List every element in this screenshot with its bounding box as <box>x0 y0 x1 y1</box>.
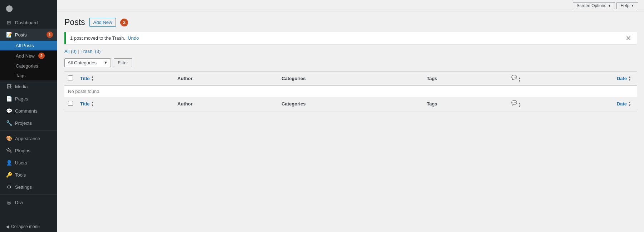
posts-submenu: All Posts Add New 2 Categories Tags <box>0 41 57 80</box>
date-sort-link[interactable]: Date ▲▼ <box>530 76 631 82</box>
date-column-header[interactable]: Date ▲▼ <box>527 71 637 85</box>
all-posts-label: All Posts <box>16 43 34 48</box>
comments-sort-arrows: ▲▼ <box>518 77 521 83</box>
comments-column-header: 💬 ▲▼ <box>505 71 527 85</box>
comments-footer-header: 💬 ▲▼ <box>505 97 527 111</box>
category-label: All Categories <box>68 60 97 65</box>
sidebar-item-pages[interactable]: 📄 Pages <box>0 93 57 105</box>
subnav-separator: | <box>78 49 79 54</box>
appearance-icon: 🎨 <box>6 135 12 142</box>
date-sort-arrows: ▲▼ <box>628 76 631 82</box>
sidebar-logo: ⬤ <box>0 0 57 16</box>
tags-header-label: Tags <box>427 76 437 81</box>
title-footer-label: Title <box>80 101 90 107</box>
add-new-sub-label: Add New <box>16 53 35 59</box>
posts-table: Title ▲▼ Author Categories Tags 💬 <box>64 71 637 111</box>
sidebar-item-label: Divi <box>15 200 23 205</box>
sidebar-subitem-categories[interactable]: Categories <box>0 61 57 71</box>
sidebar-item-projects[interactable]: 🔧 Projects <box>0 117 57 129</box>
select-all-footer-checkbox[interactable] <box>68 101 73 106</box>
sidebar-divider <box>0 130 57 131</box>
no-posts-text: No posts found. <box>68 89 101 94</box>
categories-column-header: Categories <box>278 71 423 85</box>
help-button[interactable]: Help ▼ <box>616 2 638 9</box>
content-area: Posts Add New 2 1 post moved to the Tras… <box>57 11 644 232</box>
categories-header-label: Categories <box>282 76 306 81</box>
page-title: Posts <box>64 17 85 28</box>
topbar: Screen Options ▼ Help ▼ <box>57 0 644 11</box>
title-footer-sort-link[interactable]: Title ▲▼ <box>80 101 170 107</box>
tags-label: Tags <box>16 73 25 78</box>
sidebar-item-tools[interactable]: 🔑 Tools <box>0 169 57 181</box>
sidebar-item-divi[interactable]: ◎ Divi <box>0 196 57 208</box>
sidebar-item-comments[interactable]: 💬 Comments <box>0 105 57 117</box>
users-icon: 👤 <box>6 159 12 166</box>
no-posts-cell: No posts found. <box>64 85 637 97</box>
sidebar-item-label: Pages <box>15 96 28 102</box>
notice-close-button[interactable]: ✕ <box>624 35 633 41</box>
wp-logo-icon: ⬤ <box>6 4 13 12</box>
date-footer-sort-arrows: ▲▼ <box>628 101 631 107</box>
all-label: All <box>64 49 69 54</box>
main-content: Screen Options ▼ Help ▼ Posts Add New 2 … <box>57 0 644 232</box>
posts-badge: 1 <box>47 31 53 38</box>
notice-text: 1 post moved to the Trash. Undo <box>70 35 139 41</box>
categories-footer-header: Categories <box>278 97 423 111</box>
filters-bar: All Categories ▼ Filter <box>64 58 637 67</box>
title-column-header[interactable]: Title ▲▼ <box>77 71 174 85</box>
date-header-label: Date <box>617 76 627 81</box>
sidebar-item-label: Projects <box>15 120 32 126</box>
collapse-menu-button[interactable]: ◀ Collapse menu <box>0 221 57 232</box>
table-header-row: Title ▲▼ Author Categories Tags 💬 <box>64 71 637 85</box>
collapse-icon: ◀ <box>6 224 9 229</box>
media-icon: 🖼 <box>6 83 12 90</box>
date-footer-sort-link[interactable]: Date ▲▼ <box>530 101 631 107</box>
sidebar-item-users[interactable]: 👤 Users <box>0 157 57 169</box>
tags-footer-label: Tags <box>427 101 437 107</box>
sidebar-subitem-all-posts[interactable]: All Posts <box>0 41 57 50</box>
sidebar-item-media[interactable]: 🖼 Media <box>0 80 57 93</box>
divi-icon: ◎ <box>6 199 12 206</box>
undo-link[interactable]: Undo <box>128 35 139 41</box>
filter-button[interactable]: Filter <box>114 58 132 67</box>
date-footer-header[interactable]: Date ▲▼ <box>527 97 637 111</box>
sidebar-divider-2 <box>0 194 57 195</box>
help-chevron-icon: ▼ <box>631 4 634 8</box>
sidebar-item-settings[interactable]: ⚙ Settings <box>0 181 57 193</box>
trash-label: Trash <box>80 49 92 54</box>
category-chevron-icon: ▼ <box>104 60 108 65</box>
collapse-label: Collapse menu <box>11 224 40 229</box>
sidebar-item-posts[interactable]: 📝 Posts 1 <box>0 29 57 41</box>
all-count: (0) <box>71 49 77 54</box>
all-posts-link[interactable]: All (0) <box>64 49 77 54</box>
page-header: Posts Add New 2 <box>64 17 637 28</box>
dashboard-icon: ⊞ <box>6 19 12 26</box>
projects-icon: 🔧 <box>6 120 12 126</box>
sidebar-subitem-add-new[interactable]: Add New 2 <box>0 50 57 61</box>
title-header-label: Title <box>80 76 90 81</box>
screen-options-button[interactable]: Screen Options ▼ <box>573 2 615 9</box>
select-all-header <box>64 71 77 85</box>
category-select[interactable]: All Categories ▼ <box>64 58 111 67</box>
categories-label: Categories <box>16 63 38 69</box>
add-new-button[interactable]: Add New <box>89 18 116 27</box>
comment-icon: 💬 <box>511 75 517 80</box>
add-new-sub-badge: 2 <box>38 53 45 59</box>
sidebar-subitem-tags[interactable]: Tags <box>0 71 57 80</box>
title-footer-header[interactable]: Title ▲▼ <box>77 97 174 111</box>
pages-icon: 📄 <box>6 95 12 102</box>
title-sort-link[interactable]: Title ▲▼ <box>80 76 170 82</box>
trash-link[interactable]: Trash (3) <box>80 49 101 54</box>
sidebar-item-dashboard[interactable]: ⊞ Dashboard <box>0 16 57 29</box>
comments-footer-sort-arrows: ▲▼ <box>518 102 521 108</box>
author-footer-header: Author <box>174 97 278 111</box>
sidebar-item-label: Plugins <box>15 148 30 153</box>
sidebar: ⬤ ⊞ Dashboard 📝 Posts 1 All Posts Add Ne… <box>0 0 57 232</box>
posts-icon: 📝 <box>6 31 12 38</box>
select-all-checkbox[interactable] <box>68 75 73 80</box>
tools-icon: 🔑 <box>6 172 12 178</box>
sidebar-item-appearance[interactable]: 🎨 Appearance <box>0 132 57 144</box>
settings-icon: ⚙ <box>6 184 12 190</box>
sidebar-item-plugins[interactable]: 🔌 Plugins <box>0 144 57 157</box>
date-footer-label: Date <box>617 101 627 107</box>
